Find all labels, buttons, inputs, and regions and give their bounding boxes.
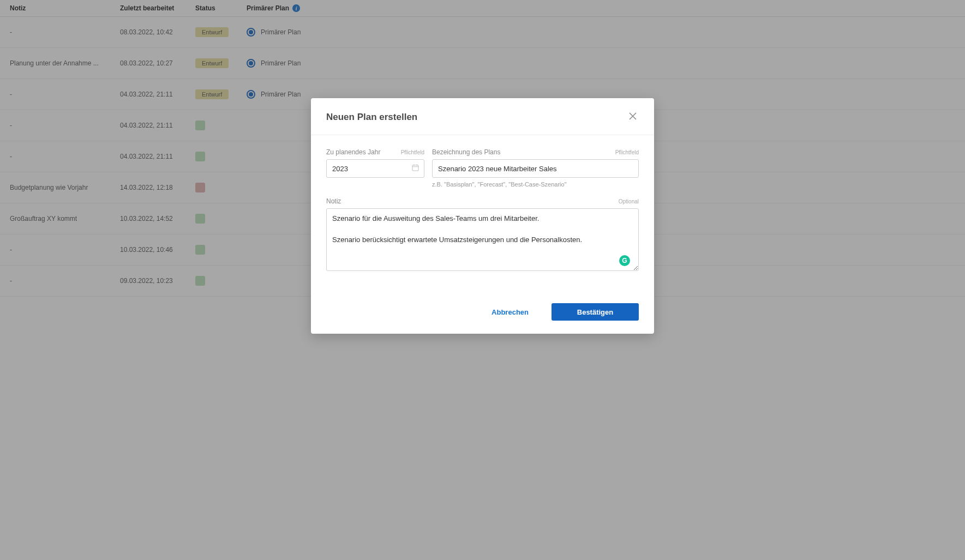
year-input[interactable] [326, 159, 424, 178]
modal-header: Neuen Plan erstellen [311, 98, 654, 135]
cancel-button[interactable]: Abbrechen [475, 303, 545, 321]
notiz-textarea[interactable] [326, 208, 639, 271]
modal-footer: Abbrechen Bestätigen [311, 292, 654, 334]
name-field: Bezeichnung des Plans Pflichtfeld z.B. "… [432, 148, 639, 188]
confirm-button[interactable]: Bestätigen [552, 303, 639, 321]
year-hint: Pflichtfeld [401, 149, 424, 155]
name-label: Bezeichnung des Plans [432, 148, 500, 156]
name-hint: Pflichtfeld [615, 149, 639, 155]
close-icon[interactable] [627, 110, 639, 124]
grammar-check-icon[interactable]: G [619, 255, 630, 266]
modal-title: Neuen Plan erstellen [326, 112, 417, 123]
notiz-hint: Optional [619, 198, 639, 204]
modal-body: Zu planendes Jahr Pflichtfeld Bezeichnun… [311, 135, 654, 292]
year-label: Zu planendes Jahr [326, 148, 380, 156]
year-field: Zu planendes Jahr Pflichtfeld [326, 148, 424, 188]
name-help: z.B. "Basisplan", "Forecast", "Best-Case… [432, 181, 639, 188]
notiz-label: Notiz [326, 197, 341, 205]
name-input[interactable] [432, 159, 639, 178]
modal-overlay: Neuen Plan erstellen Zu planendes Jahr P… [0, 0, 965, 560]
create-plan-modal: Neuen Plan erstellen Zu planendes Jahr P… [311, 98, 654, 334]
notiz-field: Notiz Optional G [326, 197, 639, 273]
